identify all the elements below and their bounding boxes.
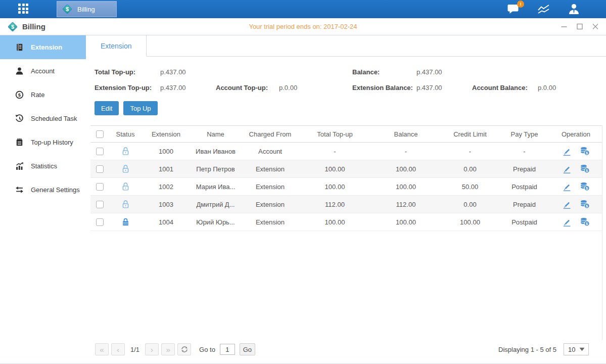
- column-header-name[interactable]: Name: [190, 126, 241, 143]
- sidebar-item-general-settings[interactable]: General Settings: [0, 178, 86, 202]
- edit-extension-icon[interactable]: [562, 200, 572, 209]
- lock-open-icon: [121, 182, 130, 191]
- cell-name: Иван Иванов: [190, 143, 241, 160]
- cell-total-topup: 100.00: [299, 178, 370, 196]
- cell-select: [90, 143, 109, 160]
- cell-credit-limit: -: [441, 143, 499, 160]
- last-page-button[interactable]: »: [161, 343, 175, 355]
- taskbar-item-billing[interactable]: $ Billing: [57, 1, 117, 17]
- user-account-icon[interactable]: [567, 3, 581, 15]
- notepad-icon: [15, 138, 24, 147]
- column-header-pay-type[interactable]: Pay Type: [499, 126, 550, 143]
- cell-charged-from: Extension: [241, 213, 299, 231]
- page-size-select[interactable]: 10: [564, 343, 589, 355]
- topup-extension-icon[interactable]: $: [580, 147, 590, 156]
- go-button[interactable]: Go: [240, 343, 255, 355]
- topup-extension-icon[interactable]: $: [580, 200, 590, 209]
- cell-total-topup: 100.00: [299, 213, 370, 231]
- sidebar-item-label: General Settings: [31, 186, 80, 194]
- trial-notice: Your trial period ends on: 2017-02-24: [0, 23, 606, 30]
- extension-row-1002[interactable]: 1002Мария Ива...Extension100.00100.0050.…: [90, 178, 602, 196]
- sidebar-item-label: Top-up History: [31, 139, 73, 146]
- sidebar-item-extension[interactable]: Extension: [0, 35, 86, 59]
- cell-name: Петр Петров: [190, 160, 241, 178]
- row-checkbox[interactable]: [96, 218, 104, 226]
- cell-credit-limit: 100.00: [441, 213, 499, 231]
- extension-topup-label: Extension Top-up:: [95, 84, 160, 92]
- cell-operation: $: [550, 196, 602, 213]
- refresh-button[interactable]: [177, 343, 191, 355]
- first-page-button[interactable]: «: [95, 343, 109, 355]
- lock-closed-icon: [121, 217, 130, 226]
- cell-balance: 112.00: [370, 196, 441, 213]
- edit-extension-icon[interactable]: [562, 217, 572, 227]
- extension-row-1001[interactable]: 1001Петр ПетровExtension100.00100.000.00…: [90, 160, 602, 178]
- top-up-button[interactable]: Top Up: [123, 101, 157, 115]
- cell-balance: 100.00: [370, 160, 441, 178]
- notifications-icon[interactable]: !: [507, 3, 521, 15]
- page-indicator: 1/1: [130, 346, 139, 353]
- account-topup-label: Account Top-up:: [216, 84, 279, 92]
- topbar: $ Billing !: [0, 0, 606, 18]
- sidebar-item-account[interactable]: Account: [0, 59, 86, 83]
- lock-open-icon: [121, 147, 130, 156]
- goto-label: Go to: [199, 346, 215, 353]
- account-balance-value: p.0.00: [538, 84, 556, 92]
- cell-status: [109, 213, 142, 231]
- column-header-total-top-up[interactable]: Total Top-up: [299, 126, 370, 143]
- minimize-icon[interactable]: [561, 23, 568, 30]
- row-checkbox[interactable]: [96, 201, 104, 208]
- extension-row-1004[interactable]: 1004Юрий Юрь...Extension100.00100.00100.…: [90, 213, 602, 231]
- column-header-operation[interactable]: Operation: [550, 126, 602, 143]
- column-header-extension[interactable]: Extension: [142, 126, 190, 143]
- cell-charged-from: Account: [241, 143, 299, 160]
- account-topup-value: p.0.00: [279, 84, 352, 92]
- maximize-icon[interactable]: [576, 23, 583, 30]
- sidebar-item-scheduled-task[interactable]: Scheduled Task: [0, 107, 86, 130]
- column-header-balance[interactable]: Balance: [370, 126, 441, 143]
- select-all-checkbox[interactable]: [96, 130, 104, 138]
- sidebar-item-label: Account: [31, 67, 55, 75]
- extension-table: StatusExtensionNameCharged FromTotal Top…: [90, 125, 602, 231]
- sidebar-item-label: Scheduled Task: [31, 115, 77, 122]
- extension-row-1000[interactable]: 1000Иван ИвановAccount----$: [90, 143, 602, 160]
- person-icon: [15, 67, 24, 75]
- row-checkbox[interactable]: [96, 165, 104, 173]
- monitor-chart-icon[interactable]: [537, 4, 551, 15]
- tab-extension[interactable]: Extension: [86, 35, 147, 57]
- close-icon[interactable]: [592, 23, 599, 30]
- topup-extension-icon[interactable]: $: [580, 164, 590, 173]
- tab-label: Extension: [101, 42, 131, 50]
- edit-extension-icon[interactable]: [562, 182, 572, 192]
- cell-credit-limit: 0.00: [441, 160, 499, 178]
- cell-select: [90, 196, 109, 213]
- cell-status: [109, 143, 142, 160]
- sidebar-item-label: Statistics: [31, 162, 57, 170]
- sidebar-item-topup-history[interactable]: Top-up History: [0, 130, 86, 154]
- app-launcher-grid-icon[interactable]: [18, 4, 29, 15]
- column-header-select: [90, 126, 109, 143]
- extension-row-1003[interactable]: 1003Дмитрий Д...Extension112.00112.000.0…: [90, 196, 602, 213]
- topup-extension-icon[interactable]: $: [580, 182, 590, 191]
- edit-extension-icon[interactable]: [562, 147, 572, 156]
- topup-extension-icon[interactable]: $: [580, 217, 590, 226]
- cell-extension: 1002: [142, 178, 190, 196]
- sidebar-item-rate[interactable]: $Rate: [0, 83, 86, 107]
- sidebar-item-statistics[interactable]: Statistics: [0, 154, 86, 178]
- cell-balance: 100.00: [370, 178, 441, 196]
- goto-page-input[interactable]: [220, 344, 235, 355]
- prev-page-button[interactable]: ‹: [111, 343, 125, 355]
- account-balance-label: Account Balance:: [472, 84, 538, 92]
- edit-extension-icon[interactable]: [562, 164, 572, 174]
- cell-total-topup: 112.00: [299, 196, 370, 213]
- column-header-status[interactable]: Status: [109, 126, 142, 143]
- edit-button[interactable]: Edit: [95, 101, 119, 115]
- column-header-charged-from[interactable]: Charged From: [241, 126, 299, 143]
- column-header-credit-limit[interactable]: Credit Limit: [441, 126, 499, 143]
- cell-pay-type: Postpaid: [499, 213, 550, 231]
- row-checkbox[interactable]: [96, 148, 104, 155]
- next-page-button[interactable]: ›: [145, 343, 159, 355]
- cell-charged-from: Extension: [241, 178, 299, 196]
- total-topup-label: Total Top-up:: [95, 68, 160, 76]
- row-checkbox[interactable]: [96, 183, 104, 191]
